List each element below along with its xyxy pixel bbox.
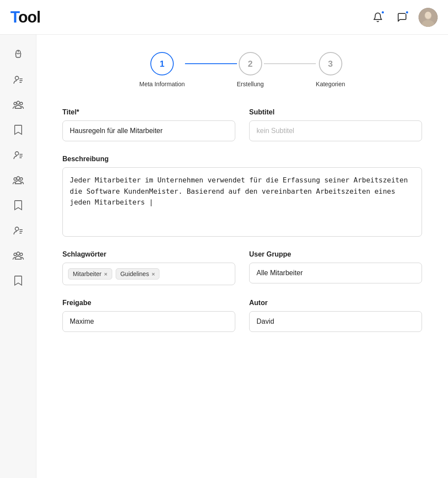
sidebar-item-bookmark-3[interactable] xyxy=(7,270,29,292)
freigabe-autor-row: Freigabe Autor xyxy=(62,299,422,332)
logo-t: T xyxy=(10,8,18,26)
svg-point-10 xyxy=(14,102,16,105)
svg-point-3 xyxy=(425,12,431,19)
content-area: 1 Meta Information 2 Erstellung 3 Katego… xyxy=(36,35,448,478)
description-label: Beschreibung xyxy=(62,155,422,163)
team-1-icon xyxy=(13,99,24,111)
title-subtitle-row: Titel* Subtitel xyxy=(62,108,422,141)
tags-input-container[interactable]: Mitarbeiter × Guidelines × xyxy=(62,263,235,285)
bell-badge xyxy=(381,10,385,14)
freigabe-input[interactable] xyxy=(62,311,235,332)
subtitle-label: Subtitel xyxy=(249,108,422,116)
subtitle-group: Subtitel xyxy=(249,108,422,141)
header: Tool xyxy=(0,0,448,35)
autor-input[interactable] xyxy=(249,311,422,332)
avatar[interactable] xyxy=(419,8,438,27)
sidebar-item-users-1[interactable] xyxy=(7,68,29,91)
stepper-circle-1: 1 xyxy=(150,52,174,75)
title-label: Titel* xyxy=(62,108,235,116)
freigabe-group: Freigabe xyxy=(62,299,235,332)
stepper-label-1: Meta Information xyxy=(139,81,185,88)
users-list-2-icon xyxy=(13,150,24,161)
title-input[interactable] xyxy=(62,120,235,141)
tag-guidelines-remove[interactable]: × xyxy=(152,271,155,277)
sidebar-item-bookmark-2[interactable] xyxy=(7,194,29,217)
sidebar-item-team-1[interactable] xyxy=(7,94,29,116)
user-group-input[interactable] xyxy=(249,263,422,283)
user-group-label: User Gruppe xyxy=(249,250,422,258)
tag-guidelines: Guidelines × xyxy=(116,268,160,280)
sidebar xyxy=(0,35,36,478)
header-icons xyxy=(370,8,438,27)
stepper-label-3: Kategorien xyxy=(316,81,345,88)
subtitle-input[interactable] xyxy=(249,120,422,141)
svg-point-16 xyxy=(16,177,19,180)
svg-point-12 xyxy=(15,152,19,155)
stepper-circle-2: 2 xyxy=(239,52,262,75)
description-textarea[interactable]: Jeder Mitarbeiter im Unternehmen verwend… xyxy=(62,167,422,237)
svg-point-25 xyxy=(20,253,23,256)
sidebar-item-users-2[interactable] xyxy=(7,144,29,166)
team-3-icon xyxy=(13,250,24,261)
logo: Tool xyxy=(10,8,40,26)
notification-bell-button[interactable] xyxy=(370,10,386,25)
user-group-group: User Gruppe xyxy=(249,250,422,285)
tags-group: Schlagwörter Mitarbeiter × Guidelines × xyxy=(62,250,235,285)
sidebar-item-team-3[interactable] xyxy=(7,244,29,267)
tags-label: Schlagwörter xyxy=(62,250,235,258)
tag-guidelines-label: Guidelines xyxy=(120,270,149,277)
stepper-label-2: Erstellung xyxy=(237,81,264,88)
stepper-step-2[interactable]: 2 Erstellung xyxy=(237,52,264,88)
brain-icon xyxy=(13,49,24,60)
bookmark-1-icon xyxy=(13,124,23,136)
stepper-step-3[interactable]: 3 Kategorien xyxy=(316,52,345,88)
tag-mitarbeiter-label: Mitarbeiter xyxy=(73,270,101,277)
autor-group: Autor xyxy=(249,299,422,332)
svg-point-23 xyxy=(16,252,19,255)
tags-usergroup-row: Schlagwörter Mitarbeiter × Guidelines × … xyxy=(62,250,422,285)
description-group: Beschreibung Jeder Mitarbeiter im Untern… xyxy=(62,155,422,237)
main-layout: 1 Meta Information 2 Erstellung 3 Katego… xyxy=(0,35,448,478)
sidebar-item-team-2[interactable] xyxy=(7,169,29,192)
stepper-connector-1 xyxy=(185,63,237,64)
chat-button[interactable] xyxy=(394,10,410,25)
bookmark-3-icon xyxy=(13,275,23,286)
stepper-circle-3: 3 xyxy=(319,52,342,75)
team-2-icon xyxy=(13,175,24,186)
avatar-svg xyxy=(419,8,438,27)
avatar-image xyxy=(419,8,438,27)
svg-point-19 xyxy=(15,227,19,231)
svg-point-17 xyxy=(14,178,16,180)
svg-point-24 xyxy=(14,253,16,256)
svg-point-5 xyxy=(15,76,19,80)
stepper-connector-2 xyxy=(264,63,316,64)
svg-point-11 xyxy=(20,102,23,105)
sidebar-item-users-3[interactable] xyxy=(7,219,29,242)
stepper: 1 Meta Information 2 Erstellung 3 Katego… xyxy=(62,52,422,88)
freigabe-label: Freigabe xyxy=(62,299,235,307)
logo-text: ool xyxy=(18,8,40,26)
tag-mitarbeiter: Mitarbeiter × xyxy=(68,268,112,280)
tag-mitarbeiter-remove[interactable]: × xyxy=(104,271,107,277)
sidebar-item-brain[interactable] xyxy=(7,43,29,66)
users-list-1-icon xyxy=(13,74,24,85)
svg-point-9 xyxy=(16,101,19,104)
chat-badge xyxy=(405,10,409,14)
users-list-3-icon xyxy=(13,225,24,236)
sidebar-item-bookmark-1[interactable] xyxy=(7,119,29,141)
title-group: Titel* xyxy=(62,108,235,141)
autor-label: Autor xyxy=(249,299,422,307)
svg-point-18 xyxy=(20,178,23,180)
stepper-step-1[interactable]: 1 Meta Information xyxy=(139,52,185,88)
bookmark-2-icon xyxy=(13,200,23,211)
